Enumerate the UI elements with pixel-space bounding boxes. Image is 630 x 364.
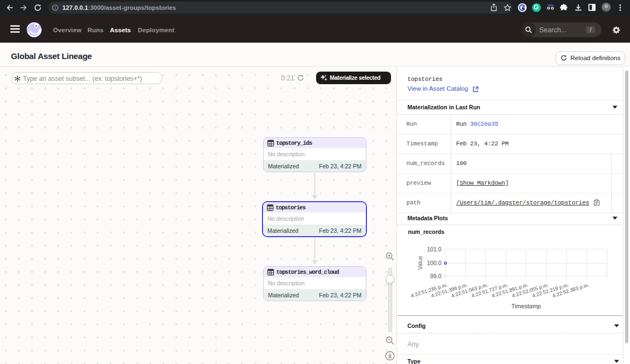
svg-text:Timestamp: Timestamp: [511, 303, 541, 309]
svg-text:Value: Value: [417, 256, 423, 270]
svg-text:99.0: 99.0: [430, 273, 442, 279]
svg-text:100.0: 100.0: [427, 260, 441, 266]
svg-text:101.0: 101.0: [427, 246, 441, 253]
